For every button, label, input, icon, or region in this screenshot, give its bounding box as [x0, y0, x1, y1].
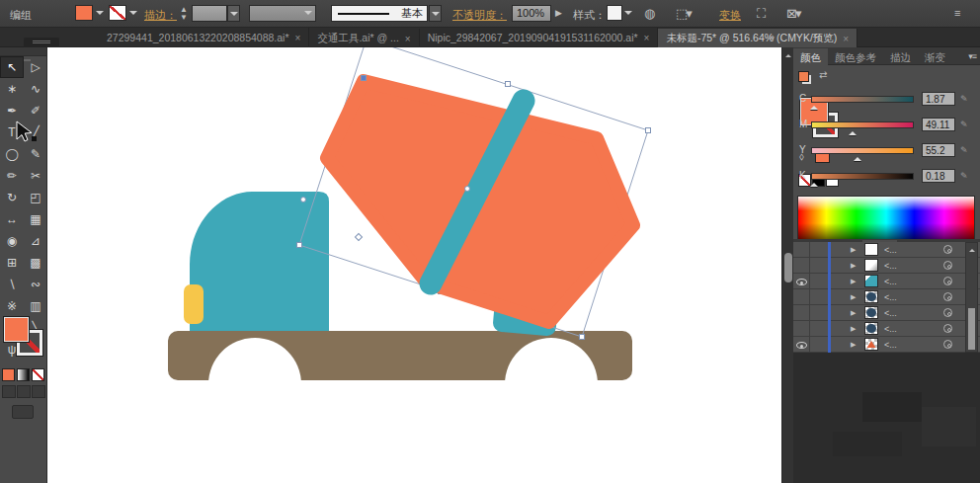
layer-name[interactable]: <... [884, 261, 897, 271]
fill-color-dropdown-icon[interactable] [96, 11, 104, 19]
layer-name[interactable]: <... [884, 277, 897, 286]
tool-width[interactable]: ↔ [0, 208, 24, 230]
expand-triangle-icon[interactable]: ▶ [851, 325, 856, 333]
tool-direct-selection[interactable]: ▷ [24, 56, 47, 78]
stroke-weight-link[interactable]: 描边： [144, 8, 177, 23]
fill-color-swatch[interactable] [75, 5, 93, 21]
tab-close-icon[interactable]: × [295, 33, 301, 43]
visibility-cell[interactable] [793, 258, 810, 274]
gradient-mode-button[interactable] [17, 368, 30, 381]
visibility-cell[interactable] [793, 242, 810, 258]
layers-scrollbar[interactable] [965, 242, 978, 353]
visibility-cell[interactable] [793, 337, 810, 353]
brush-definition-dropdown-button[interactable] [429, 5, 442, 22]
color-panel-tab[interactable]: 颜色参考 [828, 48, 883, 66]
style-swatch[interactable] [607, 5, 622, 21]
scroll-up-arrow-icon[interactable] [969, 246, 975, 252]
tool-eyedropper[interactable]: ∖ [0, 274, 24, 295]
color-panel-tab[interactable]: 渐变 [918, 48, 952, 66]
mini-fill-stroke-icon[interactable] [798, 71, 809, 82]
document-tab[interactable]: 未标题-75* @ 516.64% (CMYK/预览)× [658, 29, 858, 48]
channel-value[interactable]: 0.18 [922, 169, 955, 183]
expand-triangle-icon[interactable]: ▶ [851, 341, 856, 349]
visibility-cell[interactable] [793, 289, 810, 305]
align-icon[interactable]: ⛶ [757, 5, 766, 22]
canvas-artboard[interactable] [47, 47, 781, 483]
channel-value[interactable]: 1.87 [922, 92, 955, 106]
tool-scissors[interactable]: ✂ [24, 165, 47, 187]
tool-line-segment[interactable]: ╱ [24, 121, 47, 143]
slider-track[interactable] [811, 147, 914, 154]
tool-paintbrush[interactable]: ✎ [24, 143, 47, 165]
screen-mode-button[interactable] [12, 405, 34, 419]
canvas-vertical-scrollbar[interactable] [781, 47, 793, 483]
isolate-selection-icon[interactable]: ⬚▾ [676, 5, 691, 22]
tool-selection[interactable]: ↖ [0, 56, 24, 78]
distribute-dropdown-icon[interactable]: ⊠▾ [786, 5, 799, 22]
layer-thumbnail[interactable] [864, 306, 878, 319]
drawing-mode-buttons[interactable] [2, 385, 45, 398]
layer-row[interactable]: ▶<... [793, 305, 980, 321]
brush-definition-dropdown[interactable]: 基本 [331, 5, 428, 22]
truck-cab-shape[interactable] [190, 192, 329, 331]
color-panel-tab[interactable]: 颜色 [793, 48, 828, 66]
visibility-cell[interactable] [793, 321, 810, 337]
tab-close-icon[interactable]: × [843, 34, 849, 44]
tool-pen[interactable]: ✒ [0, 100, 24, 121]
panel-menu-icon[interactable]: ≡ [954, 5, 960, 22]
layer-row[interactable]: ▶<... [793, 289, 980, 305]
tab-overflow-button[interactable]: » [769, 31, 774, 42]
truck-headlight-shape[interactable] [184, 284, 204, 324]
stroke-color-dropdown-icon[interactable] [129, 11, 137, 19]
layer-name[interactable]: <... [884, 340, 897, 350]
scroll-up-arrow-icon[interactable] [785, 51, 791, 57]
target-circle-icon[interactable] [943, 340, 952, 349]
tool-column-graph[interactable]: ▥ [24, 295, 47, 317]
target-circle-icon[interactable] [943, 308, 952, 317]
opacity-arrow-button[interactable]: ▶ [555, 5, 562, 22]
target-circle-icon[interactable] [943, 324, 952, 333]
transform-link[interactable]: 变换 [719, 8, 741, 23]
slider-thumb-icon[interactable] [854, 153, 861, 161]
channel-value[interactable]: 55.2 [922, 143, 955, 157]
slider-track[interactable] [811, 121, 914, 128]
document-tab[interactable]: 交通工具.ai* @ ...× [309, 29, 419, 48]
layer-thumbnail[interactable] [864, 275, 878, 287]
tool-free-transform[interactable]: ▦ [24, 208, 47, 230]
layer-name[interactable]: <... [884, 292, 897, 302]
slider-track[interactable] [811, 173, 914, 180]
tool-type[interactable]: T [0, 121, 24, 143]
layer-name[interactable]: <... [884, 324, 897, 334]
tool-lasso[interactable]: ∿ [24, 78, 47, 100]
tool-perspective-grid[interactable]: ⊿ [24, 230, 47, 252]
layer-thumbnail[interactable] [864, 322, 878, 335]
layer-thumbnail[interactable] [864, 243, 878, 256]
tool-pencil[interactable]: ✏ [0, 165, 24, 187]
tool-gradient[interactable]: ▩ [24, 252, 47, 274]
slider-thumb-icon[interactable] [810, 179, 818, 187]
layer-row[interactable]: ▶<... [793, 242, 980, 258]
scrollbar-thumb[interactable] [968, 308, 975, 350]
target-circle-icon[interactable] [943, 292, 952, 301]
stroke-weight-dropdown[interactable] [227, 5, 240, 22]
layer-thumbnail[interactable] [864, 290, 878, 303]
slider-thumb-icon[interactable] [849, 127, 857, 135]
tool-ellipse[interactable]: ◯ [0, 143, 24, 165]
layer-thumbnail[interactable] [864, 259, 878, 272]
tool-shape-builder[interactable]: ◉ [0, 230, 24, 252]
stroke-weight-value[interactable] [192, 5, 227, 22]
target-circle-icon[interactable] [943, 277, 952, 285]
target-circle-icon[interactable] [943, 261, 952, 270]
recolor-artwork-icon[interactable]: ◍ [644, 5, 655, 22]
stroke-stepper[interactable]: ▲▼ [180, 6, 188, 22]
document-tab[interactable]: 27299441_20180613220208854088.ai*× [99, 28, 309, 47]
fill-proxy-swatch[interactable] [3, 316, 30, 343]
tool-scale[interactable]: ◰ [24, 187, 47, 208]
slider-thumb-icon[interactable] [810, 102, 818, 110]
tools-panel-header[interactable] [0, 47, 46, 56]
tab-close-icon[interactable]: × [644, 33, 650, 43]
document-tab[interactable]: Nipic_29842067_20190904191531162000.ai*× [420, 28, 659, 47]
opacity-link[interactable]: 不透明度： [452, 8, 507, 23]
tool-mesh[interactable]: ⊞ [0, 252, 24, 274]
tool-blend[interactable]: ∾ [24, 274, 47, 295]
